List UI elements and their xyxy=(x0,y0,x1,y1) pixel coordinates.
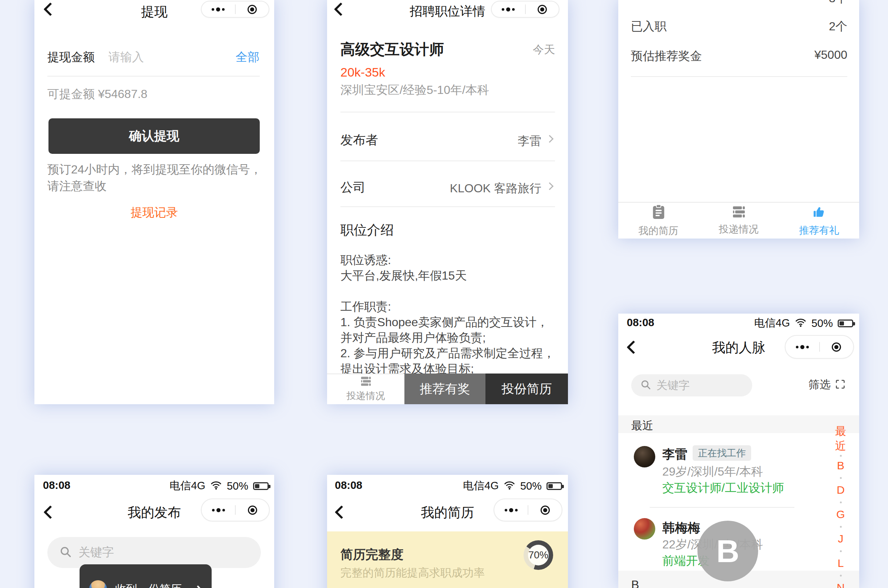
carrier-label: 电信4G xyxy=(463,478,499,494)
index-letter[interactable]: 近 xyxy=(832,439,849,454)
clipped-row-value: 3个 xyxy=(829,0,847,7)
filter-button[interactable]: 筛选 xyxy=(808,377,846,392)
desc-line: 工作职责: xyxy=(340,299,555,314)
referral-stats-screen: 3个 已入职 2个 预估推荐奖金 ¥5000 我的简历 投递情况 xyxy=(618,0,859,238)
publisher-value: 李雷 xyxy=(518,133,541,149)
withdraw-records-link[interactable]: 提现记录 xyxy=(35,204,274,221)
battery-icon xyxy=(547,482,562,490)
resume-icon xyxy=(652,204,666,221)
search-placeholder: 关键字 xyxy=(78,544,114,561)
delivery-icon xyxy=(359,376,373,388)
avatar xyxy=(89,580,107,588)
capsule-target-icon[interactable] xyxy=(236,499,269,521)
my-contacts-screen: 08:08 电信4G 50% 我的人脉 关键字 筛选 最近 李雷 xyxy=(618,314,859,588)
tab-my-resume[interactable]: 我的简历 xyxy=(618,202,699,238)
tab-label: 投递情况 xyxy=(347,389,385,402)
job-bottom-bar: 投递情况 推荐有奖 投份简历 xyxy=(327,374,568,404)
index-letter[interactable]: B xyxy=(832,459,849,472)
capsule-target-icon[interactable] xyxy=(820,336,853,358)
my-resume-screen: 08:08 电信4G 50% 我的简历 简历完整度 完整的简历能提高求职成功率 … xyxy=(327,475,568,588)
more-icon[interactable] xyxy=(492,2,525,17)
contact-list-item[interactable]: 李雷 正在找工作 29岁/深圳/5年/本科 交互设计师/工业设计师 xyxy=(618,443,859,507)
more-icon[interactable] xyxy=(786,336,819,358)
section-label: 最近 xyxy=(631,418,654,434)
job-meta: 深圳宝安区/经验5-10年/本科 xyxy=(340,82,489,98)
stat-label: 已入职 xyxy=(631,18,666,35)
delivery-icon xyxy=(731,206,747,220)
contact-info: 29岁/深圳/5年/本科 xyxy=(662,464,763,480)
more-icon[interactable] xyxy=(202,499,235,521)
section-header-recent: 最近 xyxy=(618,415,859,433)
avatar xyxy=(634,518,655,540)
stat-value: ¥5000 xyxy=(814,48,847,62)
search-icon xyxy=(640,379,651,392)
company-row[interactable]: 公司 KLOOK 客路旅行 xyxy=(327,170,568,207)
withdraw-note-line2: 请注意查收 xyxy=(47,178,107,195)
resume-completeness-card[interactable]: 简历完整度 完整的简历能提高求职成功率 70% xyxy=(327,531,568,588)
index-letter[interactable]: J xyxy=(832,532,849,545)
confirm-withdraw-button[interactable]: 确认提现 xyxy=(48,118,260,154)
publisher-row[interactable]: 发布者 李雷 xyxy=(327,122,568,159)
search-input[interactable]: 关键字 xyxy=(631,374,752,396)
status-indicators: 电信4G 50% xyxy=(170,478,269,494)
capsule-target-icon[interactable] xyxy=(526,2,559,17)
status-indicators: 电信4G 50% xyxy=(754,316,853,331)
chevron-right-icon xyxy=(194,585,202,588)
capsule-menu[interactable] xyxy=(494,498,562,521)
search-icon xyxy=(59,546,72,560)
index-letter[interactable]: N xyxy=(832,581,849,588)
progress-value: 70% xyxy=(528,545,549,566)
resume-received-toast[interactable]: 收到一份简历 xyxy=(80,564,212,588)
toast-label: 收到一份简历 xyxy=(115,582,182,588)
capsule-menu[interactable] xyxy=(491,1,559,18)
status-time: 08:08 xyxy=(335,479,362,492)
stat-value: 2个 xyxy=(829,18,847,35)
tab-delivery-status[interactable]: 投递情况 xyxy=(699,202,779,238)
index-dot xyxy=(840,574,842,576)
index-dot xyxy=(840,455,842,457)
withdraw-all-button[interactable]: 全部 xyxy=(236,49,259,66)
desc-line xyxy=(340,283,555,299)
index-letter[interactable]: G xyxy=(832,508,849,521)
more-icon[interactable] xyxy=(494,499,527,521)
contact-jobs: 交互设计师/工业设计师 xyxy=(662,480,784,496)
capsule-menu[interactable] xyxy=(201,1,269,18)
filter-label: 筛选 xyxy=(808,377,831,392)
delivery-status-tab[interactable]: 投递情况 xyxy=(327,374,404,404)
filter-icon xyxy=(835,379,846,391)
capsule-target-icon[interactable] xyxy=(236,2,269,17)
salary-range: 20k-35k xyxy=(340,65,385,80)
avatar xyxy=(634,446,655,468)
apply-resume-button[interactable]: 投份简历 xyxy=(485,374,568,404)
capsule-menu[interactable] xyxy=(201,498,270,521)
tab-referral-gift[interactable]: 推荐有礼 xyxy=(779,202,859,238)
index-letter[interactable]: D xyxy=(832,484,849,496)
desc-line: 大平台,发展快,年假15天 xyxy=(340,268,555,283)
refer-reward-button[interactable]: 推荐有奖 xyxy=(404,374,485,404)
carrier-label: 电信4G xyxy=(754,316,790,331)
my-posts-screen: 08:08 电信4G 50% 我的发布 关键字 收到一份简历 xyxy=(35,475,274,588)
capsule-target-icon[interactable] xyxy=(528,499,562,521)
job-detail-screen: 招聘职位详情 高级交互设计师 今天 20k-35k 深圳宝安区/经验5-10年/… xyxy=(327,0,568,404)
desc-line: 职位诱惑: xyxy=(340,252,555,268)
more-icon[interactable] xyxy=(202,2,235,17)
index-letter[interactable]: 最 xyxy=(832,424,849,439)
stat-label: 预估推荐奖金 xyxy=(631,48,702,64)
tab-label: 我的简历 xyxy=(639,224,679,237)
status-time: 08:08 xyxy=(43,479,70,492)
search-input[interactable]: 关键字 xyxy=(47,537,261,568)
capsule-menu[interactable] xyxy=(785,335,854,359)
completeness-label: 简历完整度 xyxy=(340,546,403,563)
contact-name: 李雷 xyxy=(662,446,687,463)
amount-input[interactable]: 请输入 xyxy=(108,49,144,66)
thumbs-up-icon xyxy=(811,204,827,221)
wifi-icon xyxy=(795,318,807,329)
completeness-tip: 完整的简历能提高求职成功率 xyxy=(340,566,485,580)
battery-percent: 50% xyxy=(520,480,542,492)
index-letter[interactable]: L xyxy=(832,557,849,570)
job-title: 高级交互设计师 xyxy=(340,39,444,60)
available-amount: 可提金额 ¥54687.8 xyxy=(47,86,147,102)
wifi-icon xyxy=(503,481,515,492)
wifi-icon xyxy=(210,481,222,492)
chevron-right-icon xyxy=(546,182,553,190)
